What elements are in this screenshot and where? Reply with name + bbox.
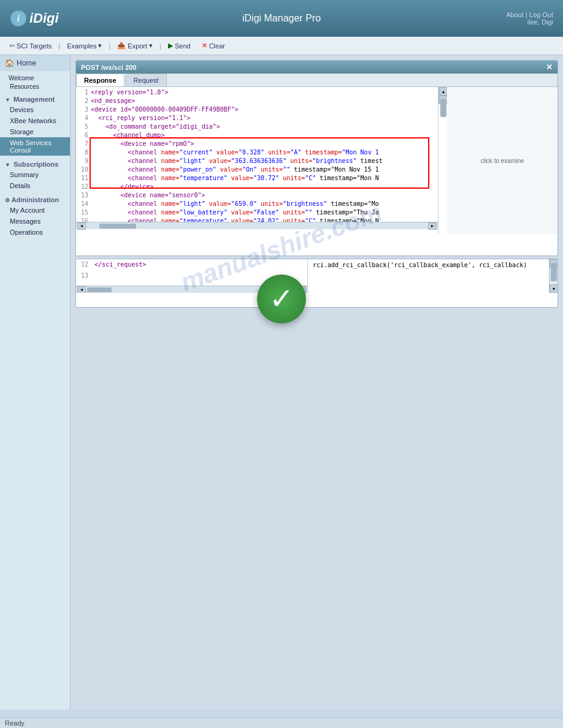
link-sep: | <box>526 11 527 18</box>
code-line-4: 4 <rci_reply version="1.1"> <box>76 114 438 123</box>
header: i iDigi iDigi Manager Pro About | Log Ou… <box>0 0 563 37</box>
code-line-12: 12 </device> <box>76 183 438 191</box>
status-text: Ready <box>5 719 25 727</box>
messages-label: Messages <box>10 218 40 225</box>
operations-label: Operations <box>10 229 43 236</box>
ws-panel: POST /ws/sci 200 ✕ Response Request <box>75 60 558 256</box>
code-line-14: 14 <channel name="light" value="659.0" u… <box>76 200 438 208</box>
tab-request[interactable]: Request <box>126 74 167 86</box>
v-scroll-thumb[interactable] <box>440 99 446 117</box>
examples-button[interactable]: Examples ▾ <box>63 39 106 52</box>
bottom-left: 12 </sci_request> 13 ◂ ▸ <box>76 259 308 293</box>
tab-response[interactable]: Response <box>76 74 124 86</box>
export-button[interactable]: 📤 Export ▾ <box>113 39 157 52</box>
sidebar-item-operations[interactable]: Operations <box>0 227 70 238</box>
bottom-scroll-right[interactable]: ▸ <box>297 286 306 294</box>
code-line-15: 15 <channel name="low_battery" value="Fa… <box>76 208 438 217</box>
sidebar-item-resources[interactable]: Resources <box>0 82 70 91</box>
bottom-v-track <box>550 268 557 284</box>
h-scrollbar[interactable]: ◂ ▸ <box>76 222 438 229</box>
h-scroll-thumb[interactable] <box>99 224 136 229</box>
code-line-10: 10 <channel name="power_on" value="On" u… <box>76 165 438 174</box>
myaccount-label: My Account <box>10 207 45 214</box>
bottom-code-area: 12 </sci_request> 13 ◂ ▸ <box>76 259 557 293</box>
subscriptions-label: Subscriptions <box>13 161 58 168</box>
sidebar-item-webservices[interactable]: Web Services Consol <box>0 137 70 156</box>
subs-arrow-icon: ▼ <box>5 162 10 168</box>
code-line-9: 9 <channel name="light" value="363.63636… <box>76 157 438 165</box>
panel-title: POST /ws/sci 200 <box>81 64 137 71</box>
sidebar-item-xbee[interactable]: XBee Networks <box>0 115 70 126</box>
sep2: | <box>109 42 110 50</box>
send-button[interactable]: ▶ Send <box>164 39 195 52</box>
sci-targets-button[interactable]: ⇦ SCI Targets <box>5 39 56 52</box>
about-link[interactable]: About <box>506 11 524 18</box>
mgmt-arrow-icon: ▼ <box>5 97 10 103</box>
home-icon: 🏠 <box>5 59 14 67</box>
code-line-8: 8 <channel name="current" value="0.328" … <box>76 148 438 157</box>
code-line-16: 16 <channel name="temperature" value="24… <box>76 217 438 222</box>
export-dropdown-icon: ▾ <box>149 42 153 50</box>
devices-label: Devices <box>10 106 34 113</box>
welcome-label: Welcome <box>4 75 34 82</box>
sidebar-item-messages[interactable]: Messages <box>0 216 70 227</box>
storage-label: Storage <box>10 128 34 135</box>
examples-dropdown-icon: ▾ <box>98 42 102 50</box>
v-scrollbar[interactable]: ▴ ▾ <box>439 87 447 104</box>
admin-label: Administration <box>12 196 59 203</box>
code-line-5: 5 <do_command target="idigi_dia"> <box>76 123 438 131</box>
code-view: 1 <reply version="1.0"> 2 <nd_message> 3… <box>76 87 557 234</box>
sci-arrow-icon: ⇦ <box>9 42 15 50</box>
management-label: Management <box>13 96 55 103</box>
panel-close-button[interactable]: ✕ <box>546 63 553 72</box>
bottom-h-scrollbar[interactable]: ◂ ▸ <box>76 286 307 293</box>
bottom-v-thumb[interactable] <box>551 263 557 281</box>
code-line-11: 11 <channel name="temperature" value="30… <box>76 174 438 183</box>
code-right-panel: click to examine <box>447 87 557 234</box>
sidebar-item-devices[interactable]: Devices <box>0 104 70 115</box>
logout-link[interactable]: Log Out <box>529 11 553 18</box>
bottom-scroll-left[interactable]: ◂ <box>77 286 86 294</box>
home-label: Home <box>17 59 36 67</box>
bottom-h-thumb[interactable] <box>87 287 112 292</box>
scroll-up-btn[interactable]: ▴ <box>439 87 448 96</box>
logo-icon: i <box>10 10 27 27</box>
sep3: | <box>159 42 161 50</box>
sidebar-item-storage[interactable]: Storage <box>0 126 70 137</box>
scroll-right-btn[interactable]: ▸ <box>428 222 437 230</box>
sci-targets-label: SCI Targets <box>17 42 52 50</box>
bottom-panel: 12 </sci_request> 13 ◂ ▸ <box>75 259 558 308</box>
code-content: 1 <reply version="1.0"> 2 <nd_message> 3… <box>76 87 438 222</box>
admin-icon: ⚙ <box>5 197 10 203</box>
webservices-label: Web Services Consol <box>10 139 52 154</box>
code-line-6: 6 <channel_dump> <box>76 131 438 140</box>
code-line-2: 2 <nd_message> <box>76 97 438 105</box>
bottom-v-scrollbar[interactable]: ▴ ▾ <box>549 259 557 293</box>
bottom-v-down[interactable]: ▾ <box>550 284 558 293</box>
status-bar: Ready <box>0 718 563 728</box>
management-section: ▼ Management <box>0 93 70 104</box>
clear-label: Clear <box>209 42 225 50</box>
header-title: iDigi Manager Pro <box>242 13 321 24</box>
click-to-examine: click to examine <box>480 157 524 164</box>
code-left-panel: 1 <reply version="1.0"> 2 <nd_message> 3… <box>76 87 439 234</box>
subscriptions-section: ▼ Subscriptions <box>0 158 70 169</box>
scroll-left-btn[interactable]: ◂ <box>77 222 86 230</box>
xbee-label: XBee Networks <box>10 117 56 124</box>
sidebar: 🏠 Home Welcome Resources ▼ Management De… <box>0 55 71 710</box>
export-label: Export <box>128 42 147 50</box>
sidebar-item-summary[interactable]: Summary <box>0 169 70 180</box>
logo-text: iDigi <box>29 10 59 26</box>
content-area: POST /ws/sci 200 ✕ Response Request <box>71 55 563 710</box>
clear-button[interactable]: ✕ Clear <box>197 39 229 52</box>
tab-response-label: Response <box>84 77 117 84</box>
code-line-3: 3 <device id="00000000-00409DFF-FF49B0BF… <box>76 105 438 114</box>
main-layout: 🏠 Home Welcome Resources ▼ Management De… <box>0 55 563 710</box>
sidebar-item-details[interactable]: Details <box>0 180 70 191</box>
sidebar-item-myaccount[interactable]: My Account <box>0 205 70 216</box>
summary-label: Summary <box>10 171 39 178</box>
bottom-line-12: 12 </sci_request> <box>76 259 307 270</box>
details-label: Details <box>10 182 31 189</box>
toolbar: ⇦ SCI Targets | Examples ▾ | 📤 Export ▾ … <box>0 37 563 55</box>
sidebar-item-home[interactable]: 🏠 Home <box>0 55 70 71</box>
